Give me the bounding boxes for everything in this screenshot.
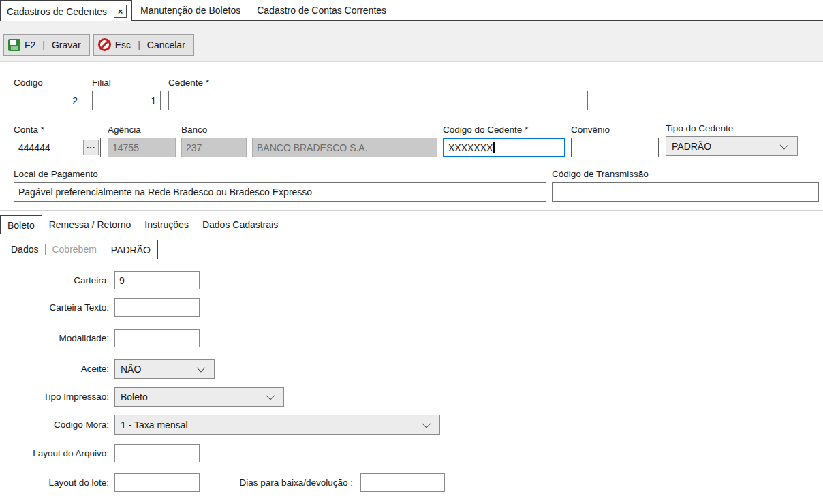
window-tab-bar: Cadastros de Cedentes × Manutenção de Bo…: [0, 0, 823, 21]
filial-value: 1: [151, 95, 156, 106]
banco-field-group: Banco 237: [181, 125, 247, 157]
tab-dados-cadastrais[interactable]: Dados Cadastrais: [196, 216, 285, 234]
cedente-input[interactable]: [168, 91, 588, 110]
subsection-tab-bar: Dados Cobrebem PADRÃO: [4, 235, 823, 258]
codigo-input[interactable]: 2: [14, 91, 82, 110]
modalidade-input[interactable]: [114, 329, 200, 347]
banco-nome-spacer: [252, 125, 437, 135]
tab-cadastro-de-contas-correntes[interactable]: Cadastro de Contas Correntes: [249, 1, 394, 20]
local-pagamento-input[interactable]: Pagável preferencialmente na Rede Brades…: [14, 182, 546, 202]
codigo-label: Código: [14, 78, 82, 88]
cancel-key-label: Esc: [115, 40, 131, 50]
aceite-row: Aceite: NÃO: [0, 359, 215, 379]
layout-lote-label: Layout do lote:: [0, 477, 109, 488]
toolbar: F2|Gravar Esc|Cancelar: [0, 21, 823, 62]
conta-label: Conta *: [14, 125, 101, 135]
tab-manutencao-de-boletos[interactable]: Manutenção de Boletos: [132, 1, 249, 20]
chevron-down-icon: [780, 141, 789, 150]
tab-cobrebem: Cobrebem: [45, 240, 103, 258]
codigo-transmissao-label: Código de Transmissão: [552, 169, 819, 179]
local-pagamento-field-group: Local de Pagamento Pagável preferencialm…: [14, 169, 546, 202]
close-icon[interactable]: ×: [114, 5, 127, 18]
banco-label: Banco: [181, 125, 247, 135]
tab-boleto[interactable]: Boleto: [0, 215, 42, 234]
cancel-no-entry-icon: [98, 38, 111, 51]
tab-cadastros-de-cedentes[interactable]: Cadastros de Cedentes ×: [0, 0, 132, 21]
codigo-field-group: Código 2: [14, 78, 82, 110]
save-label: Gravar: [52, 40, 81, 50]
carteira-value: 9: [119, 275, 125, 286]
agencia-value: 14755: [112, 142, 139, 153]
cedente-form-panel: Código 2 Filial 1 Cedente * Conta * 4444…: [0, 63, 823, 211]
tipo-impressao-value: Boleto: [121, 392, 266, 403]
banco-numero-value: 237: [186, 142, 202, 153]
carteira-label: Carteira:: [0, 275, 109, 285]
save-key-label: F2: [25, 40, 35, 50]
layout-arquivo-label: Layout do Arquivo:: [0, 448, 109, 458]
banco-nome-input: BANCO BRADESCO S.A.: [252, 138, 437, 157]
carteira-input[interactable]: 9: [114, 271, 200, 289]
codigo-mora-select[interactable]: 1 - Taxa mensal: [114, 415, 440, 435]
codigo-mora-label: Código Mora:: [0, 420, 109, 430]
codigo-cedente-label: Código do Cedente *: [443, 125, 565, 135]
save-disk-icon: [8, 39, 20, 51]
chevron-down-icon: [422, 420, 431, 428]
local-pagamento-label: Local de Pagamento: [14, 169, 546, 179]
tipo-cedente-select[interactable]: PADRÃO: [666, 136, 798, 156]
layout-arquivo-row: Layout do Arquivo:: [0, 444, 200, 462]
text-cursor: [493, 142, 495, 153]
codigo-mora-value: 1 - Taxa mensal: [121, 420, 422, 430]
tab-label: Cadastros de Cedentes: [7, 6, 107, 17]
separator: |: [135, 40, 143, 50]
dias-baixa-input[interactable]: [360, 473, 445, 492]
agencia-label: Agência: [108, 125, 176, 135]
agencia-field-group: Agência 14755: [108, 125, 176, 157]
save-button[interactable]: F2|Gravar: [3, 34, 90, 56]
codigo-cedente-value: XXXXXXX: [448, 142, 493, 153]
cedente-label: Cedente *: [168, 78, 588, 88]
conta-input[interactable]: 444444 ...: [14, 138, 101, 157]
layout-arquivo-input[interactable]: [114, 444, 200, 462]
codigo-cedente-input[interactable]: XXXXXXX: [443, 138, 565, 157]
chevron-down-icon: [197, 364, 206, 373]
chevron-down-icon: [266, 392, 275, 400]
separator: |: [40, 40, 48, 50]
codigo-cedente-field-group: Código do Cedente * XXXXXXX: [443, 125, 565, 157]
filial-input[interactable]: 1: [92, 91, 161, 110]
layout-lote-row: Layout do lote: Dias para baixa/devoluçã…: [0, 473, 445, 492]
filial-label: Filial: [92, 78, 161, 88]
cedente-field-group: Cedente *: [168, 78, 588, 110]
codigo-value: 2: [72, 95, 78, 106]
banco-nome-field-group: BANCO BRADESCO S.A.: [252, 125, 437, 157]
tipo-cedente-label: Tipo do Cedente: [666, 123, 798, 133]
carteira-texto-label: Carteira Texto:: [0, 302, 109, 313]
aceite-value: NÃO: [121, 364, 197, 375]
section-tab-bar: Boleto Remessa / Retorno Instruções Dado…: [0, 212, 823, 234]
aceite-label: Aceite:: [0, 364, 109, 374]
modalidade-row: Modalidade:: [0, 329, 200, 347]
tab-instrucoes[interactable]: Instruções: [138, 216, 196, 234]
tipo-impressao-row: Tipo Impressão: Boleto: [0, 387, 284, 407]
codigo-mora-row: Código Mora: 1 - Taxa mensal: [0, 415, 440, 435]
local-pagamento-value: Pagável preferencialmente na Rede Brades…: [18, 187, 312, 198]
layout-lote-input[interactable]: [114, 473, 200, 492]
codigo-transmissao-field-group: Código de Transmissão: [552, 169, 819, 202]
conta-field-group: Conta * 444444 ...: [14, 125, 101, 157]
app-window: Cadastros de Cedentes × Manutenção de Bo…: [0, 0, 823, 504]
tab-dados[interactable]: Dados: [4, 240, 45, 258]
aceite-select[interactable]: NÃO: [114, 359, 215, 379]
tipo-impressao-select[interactable]: Boleto: [114, 387, 284, 407]
conta-value: 444444: [18, 142, 50, 153]
codigo-transmissao-input[interactable]: [552, 182, 819, 202]
convenio-input[interactable]: [571, 138, 659, 157]
cancel-label: Cancelar: [147, 40, 185, 50]
tab-remessa-retorno[interactable]: Remessa / Retorno: [42, 216, 138, 234]
carteira-row: Carteira: 9: [0, 271, 200, 289]
dias-baixa-label: Dias para baixa/devolução :: [200, 477, 353, 488]
banco-nome-value: BANCO BRADESCO S.A.: [257, 142, 368, 153]
convenio-label: Convênio: [571, 125, 659, 135]
carteira-texto-input[interactable]: [114, 298, 200, 317]
browse-ellipsis-icon[interactable]: ...: [83, 140, 99, 155]
cancel-button[interactable]: Esc|Cancelar: [93, 34, 194, 56]
tab-padrao[interactable]: PADRÃO: [104, 240, 158, 259]
